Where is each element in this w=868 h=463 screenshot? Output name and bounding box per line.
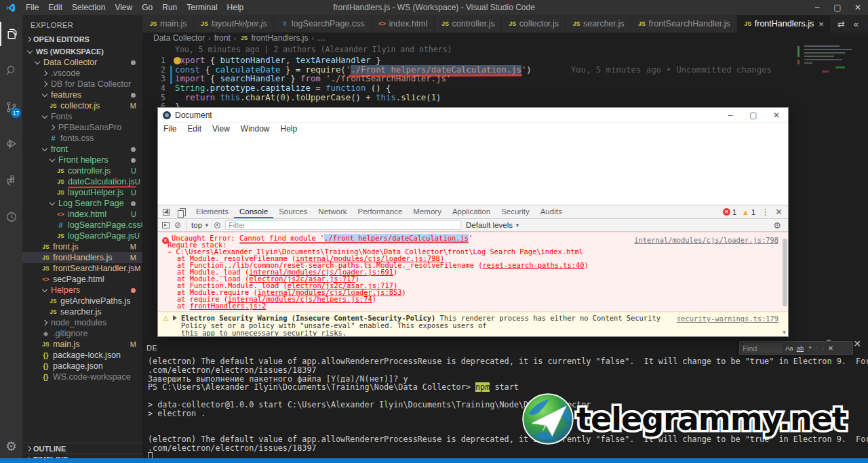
maximize-icon[interactable]: ▢ bbox=[827, 0, 848, 15]
devtools-tab-security[interactable]: Security bbox=[496, 205, 535, 218]
timeline-clock-icon[interactable] bbox=[0, 205, 22, 229]
tree-item-fonts[interactable]: Fonts bbox=[22, 111, 142, 122]
tab-collector-js[interactable]: JScollector.js bbox=[502, 15, 566, 33]
tree-item-data-collector[interactable]: Data Collector bbox=[22, 57, 142, 68]
tree-item-front-js[interactable]: JSfront.jsM bbox=[22, 241, 142, 252]
tree-item-searcher-js[interactable]: JSsearcher.js bbox=[22, 306, 142, 317]
panel-tab-partial[interactable]: DE bbox=[146, 344, 157, 352]
section-outline[interactable]: OUTLINE bbox=[22, 443, 142, 454]
extensions-icon[interactable] bbox=[0, 168, 22, 193]
doc-menu-help[interactable]: Help bbox=[275, 124, 303, 134]
doc-menu-view[interactable]: View bbox=[207, 124, 235, 134]
tree-item-package-lock-json[interactable]: {}package-lock.json bbox=[22, 350, 142, 361]
search-icon[interactable] bbox=[0, 58, 22, 83]
tab-main-js[interactable]: JSmain.js bbox=[142, 15, 194, 33]
minimap[interactable] bbox=[795, 43, 863, 111]
menu-run[interactable]: Run bbox=[157, 1, 182, 14]
stack-source-link[interactable]: frontHandlers.js:2 bbox=[190, 302, 267, 310]
tree-item-fronthandlers-js[interactable]: JSfrontHandlers.jsM bbox=[22, 252, 142, 263]
tree-item-front-helpers[interactable]: Front helpers bbox=[22, 155, 142, 165]
tree-item-front[interactable]: front bbox=[22, 144, 142, 155]
expand-warning-icon[interactable] bbox=[173, 315, 180, 321]
source-control-icon[interactable]: 17 bbox=[0, 95, 22, 119]
close-icon[interactable]: ✕ bbox=[848, 0, 868, 15]
warning-source-link[interactable]: security-warnings.ts:179 bbox=[677, 315, 778, 323]
menu-file[interactable]: File bbox=[21, 1, 43, 14]
close-panel-icon[interactable]: ✕ bbox=[853, 338, 861, 349]
devtools-close-icon[interactable]: ✕ bbox=[775, 207, 783, 217]
live-expression-icon[interactable] bbox=[214, 222, 220, 228]
find-input[interactable] bbox=[743, 343, 782, 353]
tree-item-index-html[interactable]: <>index.htmlU bbox=[22, 209, 142, 220]
find-next-icon[interactable]: ↓ bbox=[821, 344, 825, 352]
devtools-tab-console[interactable]: Console bbox=[234, 205, 273, 218]
clear-console-icon[interactable]: ⊘ bbox=[174, 220, 181, 230]
console-settings-icon[interactable]: ⚙ bbox=[773, 220, 784, 230]
tab-searcher-js[interactable]: JSsearcher.js bbox=[566, 15, 631, 33]
tree-item-ws-code-workspace[interactable]: {}WS.code-workspace bbox=[22, 371, 142, 382]
tree-item-package-json[interactable]: {}package.json bbox=[22, 361, 142, 371]
find-previous-icon[interactable]: ↑ bbox=[815, 344, 818, 352]
tree-item-collector-js[interactable]: JScollector.jsM bbox=[22, 100, 142, 111]
close-find-icon[interactable]: ✕ bbox=[828, 344, 833, 352]
menu-help[interactable]: Help bbox=[222, 1, 249, 14]
doc-minimize-icon[interactable]: – bbox=[719, 108, 742, 122]
tree-item-log-search-page[interactable]: Log Search Page bbox=[22, 198, 142, 209]
tree-item-layouthelper-js[interactable]: JSlayoutHelper.jsU bbox=[22, 187, 142, 198]
previous-change-icon[interactable]: « bbox=[854, 19, 859, 29]
tab-fronthandlers-js[interactable]: JSfrontHandlers.js× bbox=[737, 15, 831, 33]
tree-item-node-modules[interactable]: node_modules bbox=[22, 317, 142, 328]
tree-item-logsearchpage-js[interactable]: JSlogSearchPage.jsU bbox=[22, 230, 142, 241]
section-timeline[interactable]: TIMELINE bbox=[22, 454, 142, 458]
doc-close-icon[interactable]: ✕ bbox=[765, 108, 788, 122]
breadcrumb-item-data-collector[interactable]: Data Collector bbox=[153, 33, 205, 43]
console-filter-input[interactable] bbox=[225, 220, 461, 230]
open-changes-icon[interactable]: ⇄ bbox=[837, 19, 845, 29]
tree-item-frontsearchhandler-js[interactable]: JSfrontSearchHandler.jsM bbox=[22, 263, 142, 274]
console-scrollbar[interactable] bbox=[783, 239, 787, 306]
doc-maximize-icon[interactable]: ▢ bbox=[742, 108, 765, 122]
regex-icon[interactable]: .* bbox=[807, 344, 811, 352]
breadcrumb-item-[interactable]: … bbox=[317, 33, 326, 43]
tab-index-html[interactable]: <>index.html bbox=[372, 15, 435, 33]
tree-item-main-js[interactable]: JSmain.jsM bbox=[22, 339, 142, 350]
devtools-tab-audits[interactable]: Audits bbox=[535, 205, 568, 218]
tree-item-db-for-data-collector[interactable]: DB for Data Collector bbox=[22, 79, 142, 89]
devtools-tab-network[interactable]: Network bbox=[313, 205, 352, 218]
menu-view[interactable]: View bbox=[110, 1, 137, 14]
tree-item-helpers[interactable]: Helpers bbox=[22, 285, 142, 296]
devtools-tab-application[interactable]: Application bbox=[447, 205, 496, 218]
menu-edit[interactable]: Edit bbox=[43, 1, 67, 14]
run-debug-icon[interactable] bbox=[0, 132, 22, 156]
inspect-element-icon[interactable] bbox=[158, 205, 174, 218]
open-editors-section[interactable]: OPEN EDITORS bbox=[22, 33, 142, 45]
menu-terminal[interactable]: Terminal bbox=[182, 1, 222, 14]
devtools-tab-elements[interactable]: Elements bbox=[191, 205, 234, 218]
tab-controller-js[interactable]: JScontroller.js bbox=[435, 15, 502, 33]
menu-selection[interactable]: Selection bbox=[67, 1, 110, 14]
tree-item-logsearchpage-css[interactable]: #logSearchPage.cssU bbox=[22, 220, 142, 230]
doc-menu-edit[interactable]: Edit bbox=[182, 124, 207, 134]
close-tab-icon[interactable]: × bbox=[818, 19, 824, 29]
tree-item-gitignore[interactable]: ◆.gitignore bbox=[22, 328, 142, 339]
error-source-link[interactable]: internal/modules/cjs/loader.js:798 bbox=[634, 237, 778, 243]
settings-gear-icon[interactable]: ⚙ bbox=[0, 434, 22, 458]
tab-frontsearchhandler-js[interactable]: JSfrontSearchHandler.js bbox=[631, 15, 737, 33]
minimize-icon[interactable]: – bbox=[807, 0, 827, 15]
tab-layouthelper-js[interactable]: JSlayoutHelper.js bbox=[194, 15, 274, 33]
tree-item-getarchivepaths-js[interactable]: JSgetArchivePaths.js bbox=[22, 296, 142, 306]
devtools-menu-icon[interactable]: ⋮ bbox=[761, 207, 770, 217]
console-sidebar-icon[interactable] bbox=[162, 222, 170, 228]
breadcrumb-item-fronthandlers-js[interactable]: JSfrontHandlers.js bbox=[239, 33, 308, 43]
menu-go[interactable]: Go bbox=[137, 1, 157, 14]
doc-menu-file[interactable]: File bbox=[158, 124, 182, 134]
tree-item-datecalculation-js[interactable]: JSdateCalculation.jsU bbox=[22, 176, 142, 187]
tree-item-features[interactable]: features bbox=[22, 89, 142, 100]
tree-item-secpage-html[interactable]: <>secPage.html bbox=[22, 274, 142, 285]
match-case-icon[interactable]: Aa bbox=[785, 344, 793, 352]
tree-item-ws-workspace[interactable]: WS (WORKSPACE) bbox=[22, 46, 142, 57]
devtools-tab-sources[interactable]: Sources bbox=[273, 205, 313, 218]
device-toolbar-icon[interactable] bbox=[174, 205, 191, 218]
status-bar[interactable] bbox=[0, 458, 868, 463]
tree-item-controller-js[interactable]: JScontroller.jsU bbox=[22, 165, 142, 176]
